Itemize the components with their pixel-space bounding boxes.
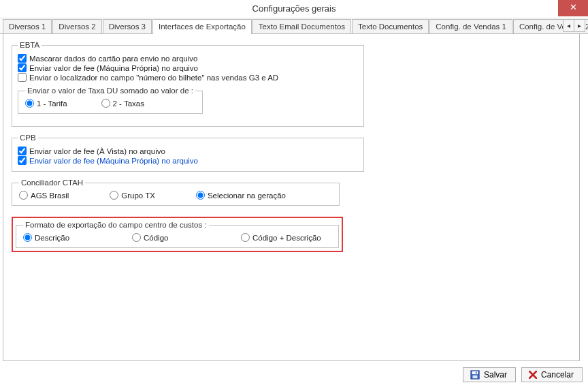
tab-diversos-2[interactable]: Diversos 2 xyxy=(52,19,101,33)
close-button[interactable]: ✕ xyxy=(558,0,588,16)
radio-formato-codigo-label: Código xyxy=(144,234,168,242)
tab-scroll-right[interactable]: ▸ xyxy=(574,19,585,32)
tab-interfaces-exportacao[interactable]: Interfaces de Exportação xyxy=(152,19,252,34)
group-cpb: CPB Enviar valor de fee (À Vista) no arq… xyxy=(12,134,364,172)
tab-texto-email-documentos[interactable]: Texto Email Documentos xyxy=(252,19,351,33)
group-cpb-legend: CPB xyxy=(18,134,38,142)
radio-formato-descricao[interactable] xyxy=(23,233,32,242)
group-ebta-legend: EBTA xyxy=(18,41,42,49)
tab-scroll-left[interactable]: ◂ xyxy=(563,19,574,32)
group-conciliador: Conciliador CTAH AGS Brasil Grupo TX Sel… xyxy=(12,179,340,206)
chk-ebta-localizador-label: Enviar o localizador no campo "número do… xyxy=(29,74,278,82)
button-bar: Salvar Cancelar xyxy=(463,367,583,382)
radio-conc-grupo-tx-label: Grupo TX xyxy=(121,191,155,200)
radio-formato-codigo-desc-label: Código + Descrição xyxy=(252,234,321,242)
cancel-button[interactable]: Cancelar xyxy=(521,367,583,382)
chk-cpb-fee-maquina-label: Enviar valor de fee (Máquina Própria) no… xyxy=(29,157,198,165)
title-bar: Configurações gerais ✕ xyxy=(0,0,588,18)
radio-conc-geracao-wrap[interactable]: Selecionar na geração xyxy=(196,191,286,200)
cancel-icon xyxy=(529,371,537,379)
chk-cpb-fee-avista-label: Enviar valor de fee (À Vista) no arquivo xyxy=(29,147,165,155)
radio-conc-geracao-label: Selecionar na geração xyxy=(208,191,286,200)
window-title: Configurações gerais xyxy=(252,3,336,14)
chk-ebta-fee-maquina-label: Enviar valor de fee (Máquina Própria) no… xyxy=(29,64,198,72)
radio-conc-ags-label: AGS Brasil xyxy=(31,191,69,200)
chk-ebta-mascarar[interactable] xyxy=(18,54,27,63)
svg-rect-1 xyxy=(472,371,478,373)
tab-diversos-3[interactable]: Diversos 3 xyxy=(103,19,152,33)
chk-cpb-fee-avista[interactable] xyxy=(18,147,27,155)
radio-conc-grupo-tx[interactable] xyxy=(110,191,118,200)
save-icon xyxy=(470,370,480,380)
chevron-right-icon: ▸ xyxy=(578,22,581,29)
chk-ebta-localizador[interactable] xyxy=(18,73,27,82)
group-formato: Formato de exportação do campo centro de… xyxy=(16,221,339,248)
cancel-button-label: Cancelar xyxy=(541,369,574,380)
radio-ebta-taxas[interactable] xyxy=(101,99,110,108)
tab-diversos-1[interactable]: Diversos 1 xyxy=(3,19,52,33)
save-button[interactable]: Salvar xyxy=(463,367,516,382)
radio-ebta-taxas-label: 2 - Taxas xyxy=(113,99,144,108)
radio-ebta-taxas-wrap[interactable]: 2 - Taxas xyxy=(101,99,144,108)
svg-rect-3 xyxy=(476,371,477,373)
chk-ebta-fee-maquina[interactable] xyxy=(18,63,27,72)
group-ebta: EBTA Mascarar dados do cartão para envio… xyxy=(12,41,364,127)
radio-formato-descricao-label: Descrição xyxy=(35,234,69,242)
group-conciliador-legend: Conciliador CTAH xyxy=(19,179,85,187)
radio-formato-descricao-wrap[interactable]: Descrição xyxy=(23,233,91,242)
radio-conc-ags[interactable] xyxy=(19,191,28,200)
radio-ebta-tarifa-label: 1 - Tarifa xyxy=(37,99,67,108)
tab-texto-documentos[interactable]: Texto Documentos xyxy=(352,19,429,33)
close-icon: ✕ xyxy=(570,2,577,12)
group-ebta-taxa-du-legend: Enviar o valor de Taxa DU somado ao valo… xyxy=(25,87,195,95)
group-formato-legend: Formato de exportação do campo centro de… xyxy=(23,221,209,229)
tab-strip: Diversos 1 Diversos 2 Diversos 3 Interfa… xyxy=(0,18,588,34)
highlight-formato: Formato de exportação do campo centro de… xyxy=(12,217,343,252)
radio-conc-geracao[interactable] xyxy=(196,191,205,200)
chk-cpb-fee-maquina[interactable] xyxy=(18,156,27,165)
save-button-label: Salvar xyxy=(484,369,507,380)
radio-ebta-tarifa-wrap[interactable]: 1 - Tarifa xyxy=(25,99,67,108)
chevron-left-icon: ◂ xyxy=(567,22,570,29)
radio-ebta-tarifa[interactable] xyxy=(25,99,34,108)
radio-formato-codigo-desc-wrap[interactable]: Código + Descrição xyxy=(241,233,321,242)
tab-config-vendas-1[interactable]: Config. de Vendas 1 xyxy=(429,19,512,33)
svg-rect-2 xyxy=(472,375,477,378)
tab-content: EBTA Mascarar dados do cartão para envio… xyxy=(3,34,580,361)
radio-formato-codigo[interactable] xyxy=(132,233,141,242)
group-ebta-taxa-du: Enviar o valor de Taxa DU somado ao valo… xyxy=(18,87,203,114)
radio-conc-ags-wrap[interactable]: AGS Brasil xyxy=(19,191,69,200)
chk-ebta-mascarar-label: Mascarar dados do cartão para envio no a… xyxy=(29,55,197,63)
radio-formato-codigo-desc[interactable] xyxy=(241,233,250,242)
radio-conc-grupo-tx-wrap[interactable]: Grupo TX xyxy=(110,191,155,200)
radio-formato-codigo-wrap[interactable]: Código xyxy=(132,233,200,242)
